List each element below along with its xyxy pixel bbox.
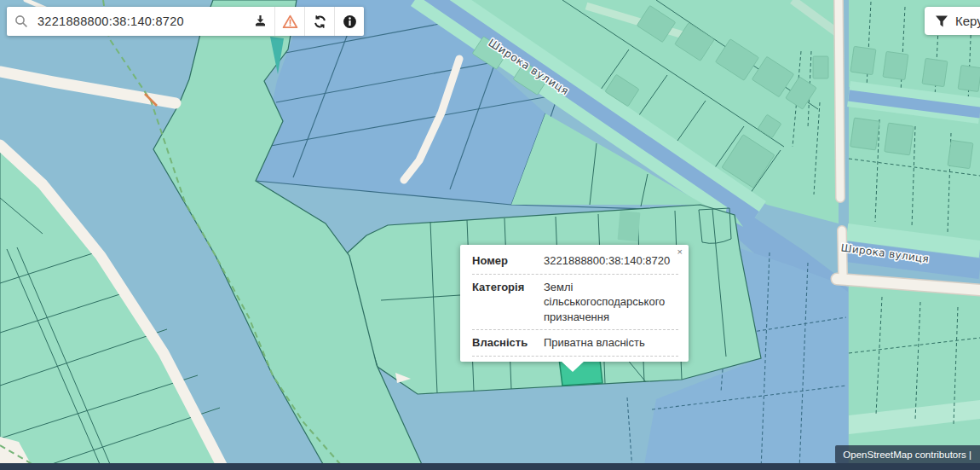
search-icon bbox=[7, 15, 36, 28]
popup-label: Номер bbox=[472, 253, 540, 269]
funnel-icon bbox=[935, 15, 948, 27]
popup-row-ownership: Власність Приватна власність bbox=[472, 330, 678, 357]
map-attribution[interactable]: OpenStreetMap contributors | bbox=[835, 445, 980, 463]
popup-value: Приватна власність bbox=[544, 335, 678, 351]
refresh-button[interactable] bbox=[304, 7, 334, 36]
search-bar bbox=[7, 7, 364, 36]
popup-value: Землі сільськогосподарського призначення bbox=[544, 280, 678, 325]
search-input[interactable] bbox=[36, 14, 245, 29]
popup-tail bbox=[561, 361, 585, 372]
popup-label: Власність bbox=[472, 335, 540, 351]
info-button[interactable] bbox=[334, 7, 364, 36]
bottom-edge-bar bbox=[0, 463, 980, 470]
download-button[interactable] bbox=[245, 7, 274, 36]
filter-manage-button[interactable]: Керув bbox=[925, 7, 980, 35]
popup-row-number: Номер 3221888800:38:140:8720 bbox=[472, 248, 678, 275]
popup-label: Категорія bbox=[472, 280, 540, 325]
filter-button-label: Керув bbox=[955, 14, 980, 28]
map-canvas[interactable]: Широка вулиця Широка вулиця bbox=[0, 0, 980, 470]
popup-close-icon[interactable]: × bbox=[677, 247, 683, 257]
warning-button[interactable] bbox=[274, 7, 304, 36]
popup-value: 3221888800:38:140:8720 bbox=[544, 253, 678, 269]
attribution-text: OpenStreetMap contributors | bbox=[843, 450, 971, 460]
parcel-info-popup: × Номер 3221888800:38:140:8720 Категорія… bbox=[460, 245, 689, 362]
popup-row-category: Категорія Землі сільськогосподарського п… bbox=[472, 275, 678, 331]
